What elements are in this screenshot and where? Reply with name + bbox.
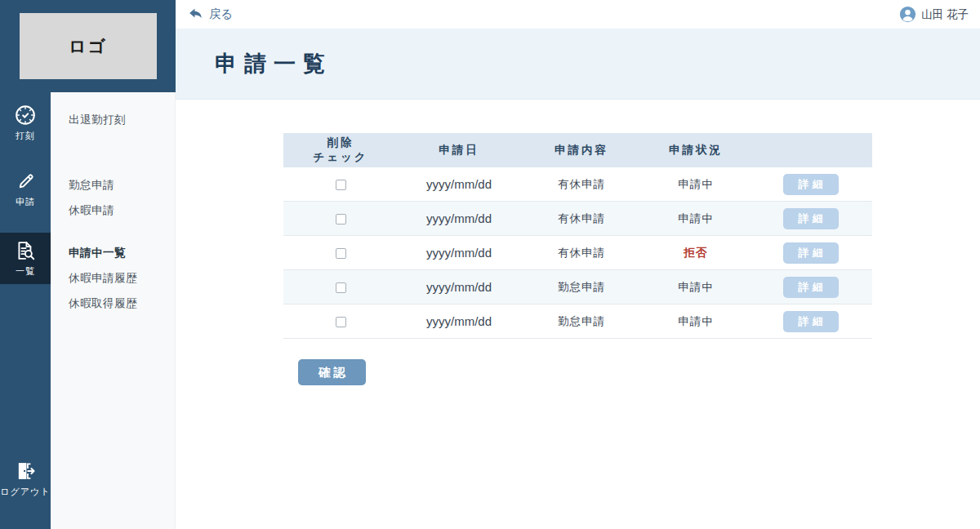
rail-item-label: ログアウト <box>0 486 50 498</box>
application-content: 有休申請 <box>520 211 643 226</box>
application-content: 勤怠申請 <box>520 280 643 295</box>
confirm-button[interactable]: 確認 <box>298 359 366 385</box>
application-date: yyyy/mm/dd <box>398 211 520 225</box>
detail-button[interactable]: 詳細 <box>783 277 839 298</box>
delete-checkbox[interactable] <box>336 248 346 259</box>
pencil-icon <box>14 170 37 193</box>
table-row: yyyy/mm/dd 有休申請 拒否 詳細 <box>283 236 872 270</box>
icon-rail: 打刻 申請 一覧 <box>0 92 51 529</box>
header-delete-check: 削除 チェック <box>283 136 398 164</box>
sidebar-item-leave-request[interactable]: 休暇申請 <box>51 198 175 223</box>
logo-area: ロゴ <box>0 0 176 92</box>
sidebar-item-leave-taken-history[interactable]: 休暇取得履歴 <box>51 291 175 316</box>
delete-checkbox[interactable] <box>336 282 346 293</box>
application-status: 申請中 <box>643 280 749 295</box>
detail-button[interactable]: 詳細 <box>783 174 839 195</box>
application-date: yyyy/mm/dd <box>398 246 520 260</box>
application-date: yyyy/mm/dd <box>398 280 520 294</box>
sidebar-item-attendance-request[interactable]: 勤怠申請 <box>51 172 175 198</box>
back-link[interactable]: 戻る <box>187 6 233 23</box>
table-header-row: 削除 チェック 申請日 申請内容 申請状況 <box>283 133 872 167</box>
application-content: 勤怠申請 <box>520 314 643 329</box>
rail-item-logout[interactable]: ログアウト <box>0 453 51 505</box>
rail-item-label: 一覧 <box>16 265 35 278</box>
application-status: 申請中 <box>643 177 749 192</box>
header-application-content: 申請内容 <box>520 143 643 158</box>
sidebar-item-clock-in-out[interactable]: 出退勤打刻 <box>51 107 175 132</box>
rail-item-label: 打刻 <box>16 130 35 142</box>
table-row: yyyy/mm/dd 勤怠申請 申請中 詳細 <box>283 305 872 339</box>
back-arrow-icon <box>187 6 204 23</box>
table-row: yyyy/mm/dd 有休申請 申請中 詳細 <box>283 167 872 202</box>
detail-button[interactable]: 詳細 <box>783 311 839 332</box>
application-date: yyyy/mm/dd <box>398 177 520 191</box>
application-content: 有休申請 <box>520 177 643 192</box>
title-band: 申請一覧 <box>176 29 980 100</box>
back-label: 戻る <box>209 7 233 22</box>
rail-item-list[interactable]: 一覧 <box>0 233 51 284</box>
topbar: 戻る 山田 花子 <box>176 0 980 29</box>
detail-button[interactable]: 詳細 <box>783 242 839 264</box>
sidebar-item-pending-requests[interactable]: 申請中一覧 <box>51 240 175 265</box>
logout-icon <box>14 460 37 482</box>
table-row: yyyy/mm/dd 有休申請 申請中 詳細 <box>283 202 872 236</box>
user-name: 山田 花子 <box>921 7 969 22</box>
application-status: 申請中 <box>643 314 749 329</box>
main-content: 削除 チェック 申請日 申請内容 申請状況 yyyy/mm/dd 有休申請 申請… <box>176 100 980 529</box>
delete-checkbox[interactable] <box>336 180 346 190</box>
header-application-date: 申請日 <box>398 143 520 158</box>
application-status: 申請中 <box>643 211 749 226</box>
rail-item-apply[interactable]: 申請 <box>0 163 51 215</box>
page-title: 申請一覧 <box>215 49 332 78</box>
avatar <box>899 6 916 23</box>
table-row: yyyy/mm/dd 勤怠申請 申請中 詳細 <box>283 270 872 305</box>
application-content: 有休申請 <box>520 246 643 260</box>
list-search-icon <box>14 239 37 262</box>
delete-checkbox[interactable] <box>336 214 346 224</box>
applications-table: 削除 チェック 申請日 申請内容 申請状況 yyyy/mm/dd 有休申請 申請… <box>283 133 872 339</box>
application-status: 拒否 <box>643 246 749 260</box>
sidebar-submenu: 出退勤打刻 勤怠申請 休暇申請 申請中一覧 休暇申請履歴 休暇取得履歴 <box>51 92 176 529</box>
header-application-status: 申請状況 <box>643 143 749 158</box>
user-chip[interactable]: 山田 花子 <box>899 6 969 23</box>
application-date: yyyy/mm/dd <box>398 314 520 328</box>
detail-button[interactable]: 詳細 <box>783 208 839 229</box>
rail-item-label: 申請 <box>16 196 35 208</box>
sidebar-item-leave-request-history[interactable]: 休暇申請履歴 <box>51 265 175 291</box>
rail-item-punch[interactable]: 打刻 <box>0 97 51 149</box>
delete-checkbox[interactable] <box>336 317 346 327</box>
clock-icon <box>14 104 37 127</box>
logo: ロゴ <box>20 13 157 79</box>
